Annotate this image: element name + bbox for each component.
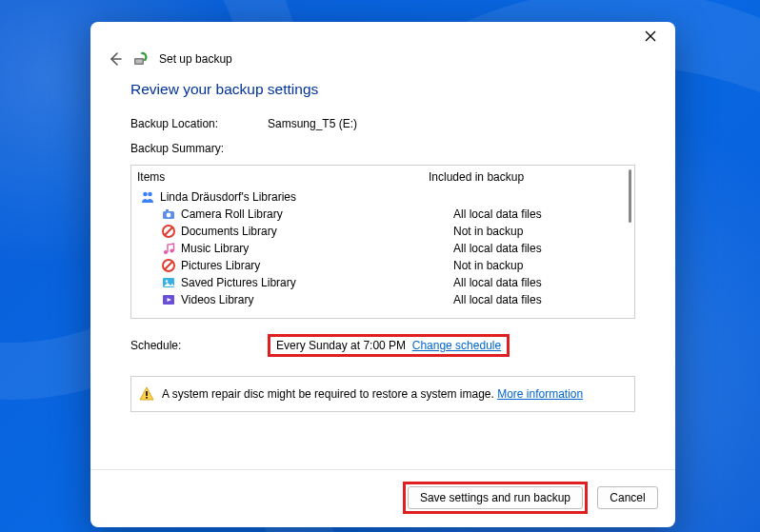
music-icon: [162, 242, 175, 255]
camera-icon: [162, 207, 175, 221]
col-items-header: Items: [137, 170, 165, 184]
backup-location-row: Backup Location: Samsung_T5 (E:): [130, 117, 635, 130]
backup-location-label: Backup Location:: [130, 117, 245, 130]
backup-summary-box: Items Included in backup Linda Dräusdorf…: [130, 165, 635, 319]
warning-icon: [139, 386, 154, 402]
dialog-footer: Save settings and run backup Cancel: [90, 469, 675, 527]
video-icon: [162, 293, 175, 306]
cancel-button[interactable]: Cancel: [597, 486, 658, 509]
info-text: A system repair disc might be required t…: [162, 387, 583, 401]
summary-item-included: Not in backup: [453, 259, 629, 272]
schedule-value: Every Sunday at 7:00 PM: [276, 339, 406, 352]
schedule-row: Schedule: Every Sunday at 7:00 PM Change…: [130, 334, 635, 357]
svg-rect-19: [146, 391, 148, 396]
svg-point-6: [148, 192, 152, 197]
summary-item-name: Pictures Library: [181, 259, 260, 272]
summary-item-name: Saved Pictures Library: [181, 276, 296, 289]
summary-row[interactable]: Documents LibraryNot in backup: [131, 223, 634, 240]
summary-row[interactable]: Videos LibraryAll local data files: [131, 291, 634, 308]
summary-item-included: All local data files: [453, 276, 629, 289]
summary-row[interactable]: Music LibraryAll local data files: [131, 240, 634, 257]
summary-item-name: Videos Library: [181, 293, 254, 306]
summary-item-included: All local data files: [453, 242, 629, 255]
summary-item-name: Camera Roll Library: [181, 207, 283, 221]
summary-item-included: All local data files: [453, 207, 629, 221]
svg-point-17: [166, 280, 168, 282]
svg-rect-20: [146, 397, 148, 399]
forbid-icon: [162, 225, 175, 238]
save-and-run-button[interactable]: Save settings and run backup: [408, 486, 583, 509]
col-included-header: Included in backup: [429, 170, 524, 184]
svg-rect-4: [136, 60, 143, 64]
summary-row[interactable]: Pictures LibraryNot in backup: [131, 257, 634, 274]
summary-item-included: All local data files: [453, 293, 629, 306]
svg-point-5: [143, 192, 148, 197]
scrollbar-thumb[interactable]: [629, 169, 631, 223]
summary-item-name: Documents Library: [181, 225, 277, 238]
close-button[interactable]: [630, 23, 671, 49]
primary-button-highlight: Save settings and run backup: [403, 482, 588, 514]
user-libs-icon: [141, 190, 154, 204]
setup-backup-window: Set up backup Review your backup setting…: [90, 22, 675, 527]
header-title: Set up backup: [159, 52, 232, 66]
svg-line-15: [165, 262, 172, 269]
forbid-icon: [162, 259, 175, 272]
back-arrow-icon[interactable]: [108, 51, 123, 67]
page-heading: Review your backup settings: [130, 81, 635, 98]
svg-line-11: [165, 227, 172, 235]
backup-location-value: Samsung_T5 (E:): [268, 117, 357, 130]
close-icon: [645, 30, 656, 42]
schedule-highlight: Every Sunday at 7:00 PM Change schedule: [268, 334, 510, 357]
svg-point-8: [167, 213, 171, 218]
pictures-icon: [162, 276, 175, 289]
backup-wizard-icon: [132, 50, 150, 68]
summary-row[interactable]: Camera Roll LibraryAll local data files: [131, 206, 634, 223]
backup-summary-label: Backup Summary:: [130, 142, 245, 155]
summary-item-name: Linda Dräusdorf's Libraries: [160, 190, 296, 204]
system-repair-info: A system repair disc might be required t…: [130, 376, 635, 412]
summary-item-name: Music Library: [181, 242, 249, 255]
summary-row[interactable]: Linda Dräusdorf's Libraries: [131, 188, 634, 206]
summary-row[interactable]: Saved Pictures LibraryAll local data fil…: [131, 274, 634, 291]
change-schedule-link[interactable]: Change schedule: [412, 339, 501, 352]
summary-item-included: Not in backup: [453, 225, 629, 238]
header-row: Set up backup: [90, 50, 675, 75]
more-information-link[interactable]: More information: [497, 387, 583, 401]
window-titlebar: [90, 22, 675, 50]
schedule-label: Schedule:: [130, 339, 245, 352]
svg-rect-9: [166, 209, 169, 212]
